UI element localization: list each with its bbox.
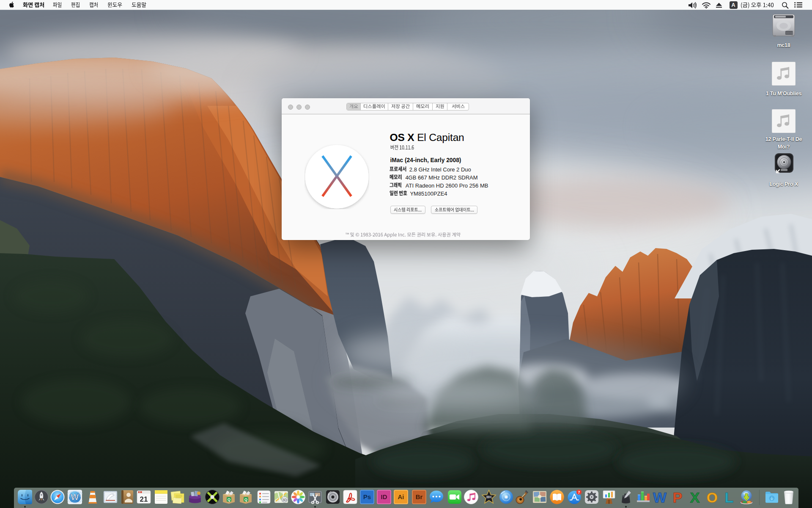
svg-text:L: L <box>725 489 734 505</box>
svg-text:W: W <box>653 489 667 505</box>
svg-text:7: 7 <box>578 490 580 494</box>
svg-text:O: O <box>707 489 718 505</box>
svg-text:21: 21 <box>140 495 148 503</box>
svg-text:Q: Q <box>228 497 230 502</box>
svg-text:P: P <box>673 489 683 505</box>
svg-text:Q: Q <box>244 497 247 502</box>
svg-text:X: X <box>690 489 700 505</box>
svg-text:Ps: Ps <box>363 493 371 500</box>
svg-text:Ai: Ai <box>398 493 404 500</box>
svg-text:ID: ID <box>381 493 387 500</box>
svg-text:Br: Br <box>416 493 423 500</box>
svg-text:W: W <box>71 492 79 502</box>
svg-text:3D: 3D <box>282 498 287 502</box>
